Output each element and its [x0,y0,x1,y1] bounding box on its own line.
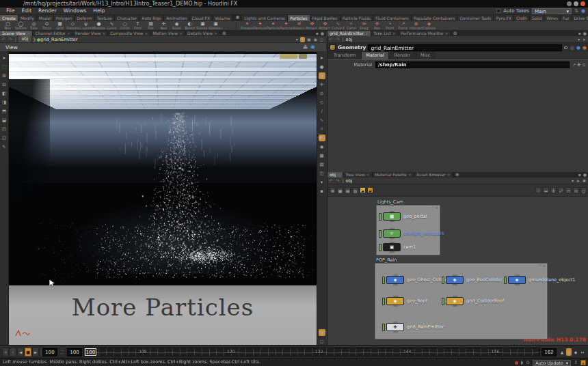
pane-tab-material-palette[interactable]: Material Palette× [373,172,414,178]
display-option-icon-13[interactable]: ◫ [319,170,325,177]
param-header-icon-3[interactable]: ● [583,45,587,51]
shelf-tool-particles-f[interactable]: ✦Particles f [267,21,280,31]
cache-status-icon[interactable]: ⊙ [526,360,530,366]
axis-triad-icon[interactable]: ⟁ [303,44,308,51]
display-option-icon-10[interactable]: ◉ [319,143,325,150]
net-view-icon-5[interactable]: ⊙ [573,187,579,193]
display-option-icon-9[interactable]: ◩ [319,135,325,141]
pane-tab-render-view[interactable]: Render View× [73,31,109,36]
param-path[interactable]: obj [345,37,352,42]
network-box-controls[interactable]: ⌃ × [431,206,438,210]
viewport-content[interactable]: More Particles [9,52,317,345]
minimize-button[interactable] [567,1,572,6]
jump-start-button[interactable]: « [2,348,9,356]
shelf-tool-fan[interactable]: ✣Fan [371,21,384,31]
shelf-tool-platonic[interactable]: ◇Platonic [66,21,79,31]
shelf-tab-particle-fluids[interactable]: Particle Fluids [340,15,374,21]
net-toolbar-icon-5[interactable]: ▰ [367,187,373,193]
node-icon[interactable]: ◈ [446,297,464,305]
folder-tab-misc[interactable]: Misc [416,51,435,59]
display-flag[interactable] [379,230,382,238]
display-option-icon-0[interactable]: ➤ [319,55,325,61]
forward-icon[interactable]: ↷ [334,178,341,184]
network-node-grid-rainemitter[interactable]: ✚grid_RainEmitter [382,323,444,331]
scene-3d-view[interactable] [9,52,317,285]
shelf-tool-interact[interactable]: ⊗Interact [410,21,423,31]
playbar-mini-toggles[interactable] [59,349,65,355]
network-node-cam1[interactable]: ▣cam1 [379,243,416,251]
take-spinner-icon[interactable]: ⇅ [574,8,578,14]
net-view-icon-1[interactable]: ↔ [543,187,549,193]
display-option-icon-12[interactable]: ▤ [319,161,325,168]
display-flag[interactable] [442,298,444,305]
stop-button[interactable]: ■ [25,348,31,356]
folder-tab-material[interactable]: Material [361,51,388,59]
viewport-tool-icon-7[interactable]: ⬓ [1,117,8,124]
network-box-controls[interactable]: ⌃ × [539,264,546,268]
node-icon[interactable]: ◈ [386,276,404,284]
shelf-tab-rigid-bodies[interactable]: Rigid Bodies [310,15,340,21]
net-toolbar-icon-1[interactable]: ▦ [337,187,343,193]
net-view-icon-6[interactable]: ◻ [580,187,587,193]
network-node-geo-bedcollider[interactable]: ◈geo_BedCollider [442,276,503,284]
viewport-tool-icon-6[interactable]: ⬒ [1,108,8,115]
pane-tab-obj[interactable]: obj× [328,172,343,178]
shelf-tool-grid[interactable]: ▦Grid [53,21,66,31]
shelf-tool-attract-fr[interactable]: ✜Attract fr [319,21,332,31]
pane-tab-details-view[interactable]: Details View× [185,31,220,36]
new-tab-icon[interactable]: ⊕ [453,172,462,178]
node-icon[interactable]: ◈ [386,297,404,305]
shelf-tool-null[interactable]: ✛Null [157,21,170,31]
close-icon[interactable]: × [447,172,451,178]
playback-icon-1[interactable]: ▮ [566,348,572,356]
menu-file[interactable]: File [3,8,18,14]
network-node-groundplane-object1[interactable]: ◈groundplane_object1 [504,276,575,284]
record-dot-icon[interactable] [515,361,518,365]
node-name-field[interactable]: grid_RainEmitter [368,44,561,51]
current-frame-marker[interactable]: 100 [85,348,96,356]
close-icon[interactable]: × [67,31,70,36]
shelf-tab-volume[interactable]: Volume [213,15,232,21]
pane-menu-icon[interactable]: ▪ [316,31,319,36]
shelf-tool-curve[interactable]: ∿Curve [105,21,118,31]
close-icon[interactable]: × [27,31,30,36]
display-flag[interactable] [382,298,385,305]
shelf-tool-drag[interactable]: ≫Drag [358,21,371,31]
shelf-tool-tube[interactable]: ◎Tube [27,21,40,31]
shelf-tool-font[interactable]: TFont [131,21,144,31]
shelf-tool-fireworks[interactable]: ✶Fireworks [241,21,254,31]
param-header-icon-0[interactable]: ⊙ [564,45,568,51]
shelf-tool-point[interactable]: •Point [384,21,397,31]
shelf-tool-force[interactable]: ↗Force [397,21,410,31]
network-node-geo-roof[interactable]: ◈geo_Roof [382,297,427,305]
viewport-tool-icon-4[interactable]: ◧ [1,90,8,97]
net-view-icon-2[interactable]: ↕ [550,187,557,193]
message-bubble-icon[interactable]: ◗ [521,360,524,366]
display-flag[interactable] [379,244,382,251]
param-row-icon-1[interactable]: ✚ [577,62,580,68]
snapshot-icon-0[interactable]: ▣ [319,329,325,336]
shelf-tab-fur[interactable]: Fur [561,15,572,21]
display-option-icon-7[interactable]: ∿ [319,117,325,124]
pane-maximize-icon[interactable]: ● [321,31,324,36]
close-icon[interactable]: × [145,31,148,36]
range-start-field[interactable]: 100 [67,348,82,356]
shelf-tab-solid[interactable]: Solid [530,15,545,21]
shelf-gear-icon[interactable]: ✱ [232,15,242,21]
close-icon[interactable]: × [408,172,412,178]
param-header-icon-2[interactable]: ● [576,45,580,51]
node-icon[interactable]: ✚ [386,323,404,331]
display-option-icon-4[interactable]: ⊙ [319,90,325,97]
display-option-icon-3[interactable]: ✛ [319,81,325,88]
display-flag[interactable] [504,277,507,284]
net-toolbar-icon-2[interactable]: ▤ [345,187,351,193]
menu-edit[interactable]: Edit [18,8,36,14]
pin-flag-icon[interactable]: ⚑ [300,37,305,42]
play-reverse-button[interactable]: ◄ [17,348,24,356]
lock-icon[interactable]: ⌊ [341,178,346,184]
network-node-geo-ghost-collider[interactable]: ◈geo_Ghost_Collider [382,276,449,284]
close-icon[interactable]: × [392,31,396,36]
back-icon[interactable]: ↶ [0,37,7,42]
display-option-icon-11[interactable]: ▦ [319,152,325,159]
shelf-tool-l-system[interactable]: ψL-system [79,21,92,31]
